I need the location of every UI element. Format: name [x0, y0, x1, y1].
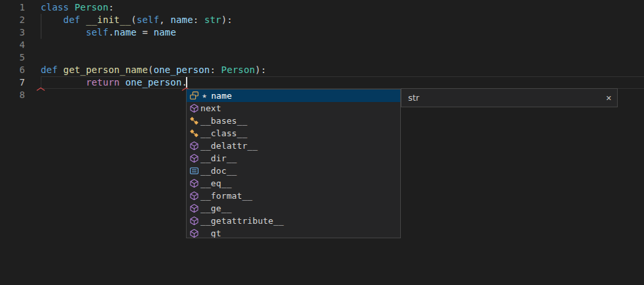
suggestion-item[interactable]: ★name [187, 90, 400, 102]
code-line[interactable]: self.name = name [41, 26, 176, 39]
code-token: Person [75, 2, 108, 13]
code-token: one_person [154, 65, 210, 75]
code-token: str [204, 14, 221, 25]
suggestion-item[interactable]: __format__ [187, 190, 400, 202]
suggestion-label: __bases__ [200, 116, 247, 126]
method-cube-icon [189, 103, 199, 114]
suggestion-label: __dir__ [200, 153, 237, 163]
line-number[interactable]: 7 [0, 76, 25, 89]
code-token: name [170, 14, 193, 25]
code-line[interactable]: def __init__(self, name: str): [41, 14, 233, 26]
detail-text: str [408, 89, 419, 107]
suggestion-item[interactable]: __getattribute__ [187, 215, 400, 227]
code-token [80, 14, 86, 25]
close-icon[interactable]: ✕ [606, 94, 612, 101]
code-token: def [63, 14, 80, 25]
code-token [41, 14, 63, 25]
suggestion-item[interactable]: __doc__ [187, 165, 400, 177]
class-icon [189, 128, 199, 139]
suggestion-label: __ge__ [200, 203, 232, 213]
code-token: : [193, 14, 204, 25]
method-cube-icon [189, 216, 199, 226]
method-cube-icon [189, 141, 199, 151]
suggestion-label: __eq__ [200, 178, 232, 188]
suggestion-label: __delattr__ [200, 141, 258, 151]
autocomplete-popup: ★namenext__bases____class____delattr____… [186, 89, 401, 238]
class-icon [189, 116, 199, 126]
suggestion-label: name [211, 91, 232, 101]
code-token: name [114, 27, 137, 38]
constant-icon [189, 166, 199, 176]
suggestion-item[interactable]: __ge__ [187, 202, 400, 215]
line-number[interactable]: 2 [0, 14, 25, 26]
code-token: ( [131, 14, 137, 25]
code-token: def [41, 65, 58, 75]
suggestion-label: __format__ [200, 191, 252, 201]
code-token: self [86, 27, 108, 38]
line-number[interactable]: 3 [0, 26, 25, 39]
code-line[interactable]: class Person: [41, 1, 114, 14]
star-icon: ★ [202, 93, 207, 99]
suggestion-label: next [200, 103, 221, 113]
suggestion-detail-panel: str ✕ [401, 88, 618, 107]
code-token: self [137, 14, 159, 25]
code-token: : [210, 65, 221, 75]
suggestion-label: __doc__ [200, 166, 237, 176]
method-cube-icon [189, 228, 199, 239]
code-token: , [159, 14, 170, 25]
suggestion-item[interactable]: __bases__ [187, 115, 400, 127]
code-token: name [154, 27, 176, 38]
code-token: . [108, 27, 114, 38]
code-token: Person [221, 65, 255, 75]
error-squiggle [36, 87, 45, 91]
code-token [41, 27, 86, 38]
code-token: get_person_name [63, 65, 148, 75]
suggestion-label: __class__ [200, 128, 247, 138]
suggestion-item[interactable]: __eq__ [187, 177, 400, 190]
code-token: ): [255, 65, 266, 75]
suggestion-label: __gt__ [200, 228, 232, 238]
line-number[interactable]: 4 [0, 39, 25, 51]
suggestion-item[interactable]: __dir__ [187, 152, 400, 165]
method-cube-icon [189, 203, 199, 214]
code-token: ( [148, 65, 154, 75]
code-token: = [137, 27, 154, 38]
method-cube-icon [189, 178, 199, 189]
method-cube-icon [189, 153, 199, 164]
field-icon [189, 91, 199, 101]
line-number[interactable]: 1 [0, 1, 25, 14]
code-token: : [108, 2, 114, 13]
code-token: __init__ [86, 14, 131, 25]
suggestion-item[interactable]: __gt__ [187, 227, 400, 238]
suggestion-item[interactable]: next [187, 102, 400, 115]
suggestion-label: __getattribute__ [200, 216, 284, 226]
code-token [69, 2, 75, 13]
line-number[interactable]: 8 [0, 89, 25, 101]
text-cursor [186, 77, 187, 88]
code-token: class [41, 2, 69, 13]
line-number[interactable]: 5 [0, 51, 25, 64]
suggestion-item[interactable]: __delattr__ [187, 140, 400, 152]
indent-guide [41, 14, 41, 39]
line-number[interactable]: 6 [0, 64, 25, 76]
current-line-highlight [41, 76, 644, 89]
suggestion-item[interactable]: __class__ [187, 127, 400, 140]
method-cube-icon [189, 191, 199, 201]
code-editor[interactable]: 12345678 class Person: def __init__(self… [0, 0, 644, 285]
code-token: ): [221, 14, 233, 25]
code-line[interactable]: def get_person_name(one_person: Person): [41, 64, 266, 76]
